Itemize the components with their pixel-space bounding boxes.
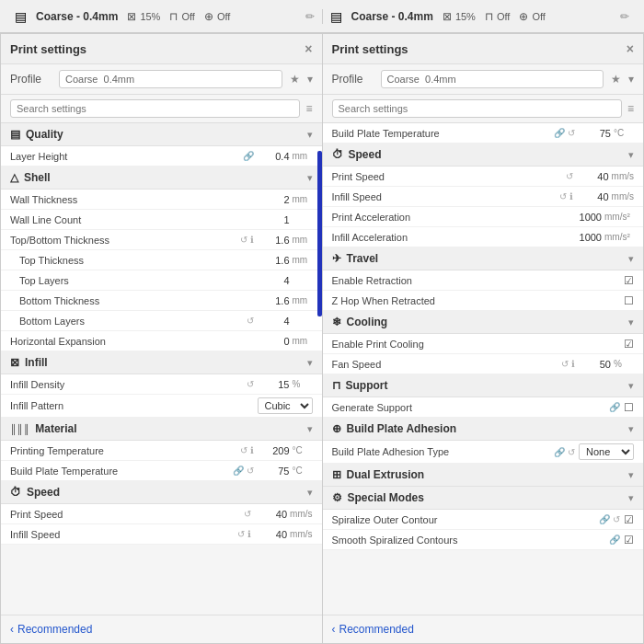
left-horiz-expansion-label: Horizontal Expansion [10,336,258,347]
left-layer-height-value: 0.4 [258,151,290,162]
quality-icon: ▤ [10,128,20,141]
left-wall-thickness-label: Wall Thickness [10,194,258,205]
right-adhesion-title: ⊕ Build Plate Adhesion [332,422,457,435]
left-search-row: ≡ [1,95,322,123]
reset-icon-7[interactable]: ↺ [237,529,245,539]
left-layer-height-label: Layer Height [10,151,243,162]
info-icon-3[interactable]: ℹ [247,529,251,539]
left-close-button[interactable]: × [305,41,312,56]
reset-icon-4[interactable]: ↺ [240,445,247,455]
left-print-speed-label: Print Speed [10,509,244,520]
right-profile-row: Profile ★ ▾ [323,64,644,95]
link-icon-2[interactable]: 🔗 [233,466,244,476]
right-section-adhesion[interactable]: ⊕ Build Plate Adhesion ▾ [323,418,644,441]
left-top-layers-label: Top Layers [19,275,258,286]
right-smooth-spiralize-icons: 🔗 [609,535,620,545]
right-section-dual-extrusion[interactable]: ⊞ Dual Extrusion ▾ [323,464,644,487]
reset-icon-r4[interactable]: ↺ [561,359,569,369]
left-material-title: ║║║ Material [10,422,77,435]
link-icon-r5[interactable]: 🔗 [609,535,620,545]
right-edit-icon[interactable]: ✏ [620,10,629,23]
link-icon-r4[interactable]: 🔗 [599,514,610,524]
right-support-value: Off [497,11,510,22]
left-shell-arrow: ▾ [307,172,313,184]
left-top-bottom-thickness-label: Top/Bottom Thickness [10,235,240,246]
link-icon-r1[interactable]: 🔗 [554,128,565,138]
left-section-infill[interactable]: ⊠ Infill ▾ [1,351,322,374]
link-icon-r3[interactable]: 🔗 [554,447,565,457]
reset-icon-6[interactable]: ↺ [244,509,251,519]
right-close-button[interactable]: × [627,41,634,56]
info-icon-1[interactable]: ℹ [250,235,254,245]
reset-icon-r2[interactable]: ↺ [566,171,573,181]
right-top-bar: ▤ Coarse - 0.4mm ⊠ 15% ⊓ Off ⊕ Off ✏ [323,9,638,24]
left-edit-icon[interactable]: ✏ [305,10,315,23]
link-icon[interactable]: 🔗 [243,151,254,161]
left-section-speed[interactable]: ⏱ Speed ▾ [1,481,322,504]
left-star-icon[interactable]: ★ [290,73,300,86]
left-section-material[interactable]: ║║║ Material ▾ [1,418,322,441]
right-section-travel[interactable]: ✈ Travel ▾ [323,247,644,270]
left-layer-height-icons: 🔗 [243,151,254,161]
left-profile-name: Coarse - 0.4mm [36,10,118,23]
right-build-plate-temp-label: Build Plate Temperature [332,128,555,139]
right-section-speed[interactable]: ⏱ Speed ▾ [323,144,644,167]
left-wall-thickness-row: Wall Thickness 2 mm [1,190,322,210]
right-star-icon[interactable]: ★ [611,73,621,86]
left-infill-pattern-select[interactable]: Cubic [258,397,313,414]
info-icon-r2[interactable]: ℹ [571,359,575,369]
left-top-bottom-thickness-unit: mm [293,235,313,245]
right-section-special-modes[interactable]: ⚙ Special Modes ▾ [323,487,644,510]
right-speed-icon: ⏱ [332,148,343,161]
right-chevron-icon[interactable]: ▾ [628,73,634,86]
right-section-support[interactable]: ⊓ Support ▾ [323,374,644,397]
right-infill-speed-label: Infill Speed [332,191,559,202]
left-search-input[interactable] [10,99,300,118]
right-enable-cooling-row: Enable Print Cooling ☑ [323,334,644,354]
right-spiralize-checkbox[interactable]: ☑ [624,513,634,526]
link-icon-r2[interactable]: 🔗 [609,402,620,412]
right-enable-retraction-checkbox[interactable]: ☑ [624,274,634,287]
left-menu-icon[interactable]: ≡ [305,102,312,115]
left-panel: Print settings × Profile ★ ▾ ≡ ▤ Quality [0,33,322,644]
right-menu-icon[interactable]: ≡ [627,102,634,115]
left-section-quality[interactable]: ▤ Quality ▾ [1,123,322,146]
right-recommended-button[interactable]: ‹ Recommended [332,623,414,636]
reset-icon-r3[interactable]: ↺ [559,191,567,201]
adhesion-icon-right: ⊕ [519,10,528,23]
right-profile-input[interactable] [381,70,604,88]
left-recommended-button[interactable]: ‹ Recommended [10,623,92,636]
right-section-cooling[interactable]: ❄ Cooling ▾ [323,311,644,334]
right-adhesion-type-select[interactable]: None [579,443,634,460]
reset-icon-r1[interactable]: ↺ [568,128,575,138]
right-profile-icon: ▤ [330,9,342,24]
right-print-accel-row: Print Acceleration 1000 mm/s² [323,207,644,227]
right-z-hop-row: Z Hop When Retracted ☐ [323,291,644,311]
reset-icon-r5[interactable]: ↺ [568,447,575,457]
left-top-bottom-thickness-value: 1.6 [258,235,290,246]
right-smooth-spiralize-checkbox[interactable]: ☑ [624,534,634,546]
reset-icon-1[interactable]: ↺ [240,235,247,245]
right-cooling-icon: ❄ [332,316,341,328]
reset-icon-2[interactable]: ↺ [247,316,254,326]
reset-icon-3[interactable]: ↺ [247,379,254,389]
left-wall-line-count-row: Wall Line Count 1 [1,210,322,230]
left-section-shell[interactable]: △ Shell ▾ [1,167,322,190]
right-enable-cooling-checkbox[interactable]: ☑ [624,338,634,351]
left-print-temp-value: 209 [258,445,290,456]
right-z-hop-checkbox[interactable]: ☐ [624,294,634,307]
right-generate-support-checkbox[interactable]: ☐ [624,401,634,414]
info-icon-r1[interactable]: ℹ [569,191,573,201]
right-search-input[interactable] [332,99,622,118]
right-enable-retraction-row: Enable Retraction ☑ [323,270,644,291]
reset-icon-5[interactable]: ↺ [247,466,254,476]
left-speed-arrow: ▾ [307,487,313,499]
left-profile-input[interactable] [59,70,282,88]
right-fan-speed-icons: ↺ ℹ [561,359,575,369]
right-spiralize-label: Spiralize Outer Contour [332,514,600,525]
right-speed-arrow: ▾ [628,149,634,161]
left-chevron-icon[interactable]: ▾ [307,73,313,86]
left-infill-pattern-row: Infill Pattern Cubic [1,395,322,418]
info-icon-2[interactable]: ℹ [250,445,254,455]
reset-icon-r6[interactable]: ↺ [613,514,620,524]
